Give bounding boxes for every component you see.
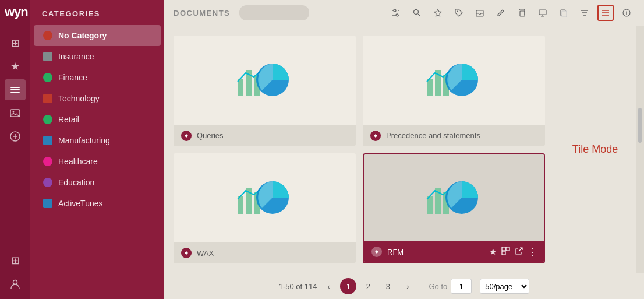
tile-queries-label: Queries — [197, 131, 224, 140]
search-icon[interactable] — [409, 5, 425, 21]
queries-doc-icon — [181, 130, 192, 142]
perpage-select[interactable]: 50/page 25/page 100/page — [480, 279, 529, 294]
tile-wax-label: WAX — [197, 249, 214, 258]
nav-star-icon[interactable]: ★ — [5, 56, 26, 77]
rfm-more-action[interactable]: ⋮ — [528, 247, 537, 257]
tile-mode-panel: Tile Mode — [554, 26, 636, 273]
scroll-thumb[interactable] — [638, 108, 642, 143]
svg-rect-37 — [506, 247, 509, 251]
svg-rect-12 — [539, 10, 546, 15]
sidebar-item-finance[interactable]: Finance — [34, 67, 161, 88]
sidebar-item-education[interactable]: Education — [34, 172, 161, 193]
scrollbar[interactable] — [636, 26, 644, 273]
tile-rfm[interactable]: RFM ★ ⋮ — [363, 153, 545, 264]
wyn-wordmark: wyn — [5, 5, 28, 19]
svg-rect-38 — [502, 251, 505, 255]
nav-grid-icon[interactable]: ⊞ — [5, 250, 26, 271]
tile-rfm-preview — [364, 154, 544, 242]
technology-label: Technology — [58, 94, 100, 103]
page-1-button[interactable]: 1 — [340, 278, 356, 294]
tag-icon[interactable] — [451, 5, 467, 21]
inbox-icon[interactable] — [472, 5, 488, 21]
healthcare-label: Healthcare — [58, 157, 98, 166]
left-nav: wyn ⊞ ★ ⊞ — [0, 0, 30, 299]
insurance-label: Insurance — [58, 52, 94, 61]
rfm-doc-icon — [371, 246, 383, 258]
rfm-export-action[interactable] — [515, 247, 523, 257]
main-area: DOCUMENTS — [164, 0, 644, 299]
retail-dot — [43, 115, 52, 124]
nav-user-icon[interactable] — [5, 273, 26, 294]
svg-rect-14 — [562, 11, 567, 17]
nav-image-icon[interactable] — [5, 103, 26, 124]
tile-precedence-label: Precedence and statements — [386, 131, 480, 140]
sidebar-item-no-category[interactable]: No Category — [34, 25, 161, 46]
svg-point-9 — [457, 11, 458, 12]
tile-wax-preview — [174, 153, 356, 243]
goto-label: Go to — [429, 282, 447, 291]
education-label: Education — [58, 178, 94, 187]
edit-icon[interactable] — [493, 5, 509, 21]
page-3-button[interactable]: 3 — [380, 278, 396, 294]
prev-page-button[interactable]: ‹ — [320, 278, 337, 294]
wax-doc-icon — [181, 247, 192, 259]
copy-icon[interactable] — [514, 5, 530, 21]
nav-layers-icon[interactable] — [5, 79, 26, 100]
tile-rfm-label: RFM — [387, 248, 404, 256]
sidebar: CATEGORIES No Category Insurance Finance… — [30, 0, 164, 299]
nav-home-icon[interactable]: ⊞ — [5, 33, 26, 54]
page-range: 1-50 of 114 — [279, 282, 317, 291]
finance-label: Finance — [58, 73, 87, 82]
page-2-button[interactable]: 2 — [360, 278, 376, 294]
healthcare-dot — [43, 157, 52, 166]
svg-point-4 — [13, 111, 15, 113]
technology-dot — [43, 94, 52, 103]
filter-icon[interactable] — [576, 5, 593, 21]
tile-precedence-preview — [363, 36, 545, 125]
sidebar-item-retail[interactable]: Retail — [34, 109, 161, 130]
activetunes-label: ActiveTunes — [58, 199, 103, 208]
list-view-icon[interactable] — [597, 5, 614, 21]
no-category-dot — [43, 31, 52, 40]
sidebar-item-insurance[interactable]: Insurance — [34, 46, 161, 67]
svg-rect-2 — [10, 92, 20, 93]
content-area: Queries — [164, 26, 644, 273]
rfm-layout-action[interactable] — [501, 247, 510, 257]
no-category-label: No Category — [58, 31, 107, 40]
documents-title: DOCUMENTS — [174, 9, 230, 17]
tile-precedence[interactable]: Precedence and statements — [363, 36, 545, 146]
tile-queries[interactable]: Queries — [174, 36, 356, 146]
info-icon[interactable] — [618, 5, 635, 21]
sidebar-item-healthcare[interactable]: Healthcare — [34, 151, 161, 172]
sidebar-item-manufacturing[interactable]: Manufacturing — [34, 130, 161, 151]
insurance-dot — [43, 52, 52, 61]
activetunes-dot — [43, 199, 52, 208]
documents-grid: Queries — [164, 26, 554, 273]
tile-queries-preview — [174, 36, 356, 125]
tile-wax-footer: WAX — [174, 242, 356, 263]
sliders-icon[interactable] — [388, 5, 404, 21]
sidebar-item-technology[interactable]: Technology — [34, 88, 161, 109]
tile-queries-footer: Queries — [174, 125, 356, 146]
education-dot — [43, 178, 52, 187]
rfm-actions: ★ ⋮ — [489, 247, 537, 257]
nav-add-icon[interactable] — [5, 126, 26, 147]
favorite-icon[interactable] — [430, 5, 446, 21]
manufacturing-dot — [43, 136, 52, 145]
tile-wax[interactable]: WAX — [174, 153, 356, 264]
next-page-button[interactable]: › — [399, 278, 416, 294]
tile-mode-label: Tile Mode — [572, 143, 618, 156]
sidebar-item-activetunes[interactable]: ActiveTunes — [34, 193, 161, 214]
finance-dot — [43, 73, 52, 82]
svg-rect-0 — [10, 87, 20, 88]
tile-precedence-footer: Precedence and statements — [363, 125, 545, 146]
goto-input[interactable] — [451, 279, 472, 294]
app-logo[interactable]: wyn — [5, 5, 26, 26]
pagination: 1-50 of 114 ‹ 1 2 3 › Go to 50/page 25/p… — [164, 273, 644, 299]
svg-rect-11 — [520, 11, 525, 16]
search-bar-placeholder — [239, 5, 309, 20]
duplicate-icon[interactable] — [555, 5, 572, 21]
sidebar-header: CATEGORIES — [30, 0, 164, 25]
rfm-star-action[interactable]: ★ — [489, 247, 497, 257]
monitor-icon[interactable] — [535, 5, 551, 21]
